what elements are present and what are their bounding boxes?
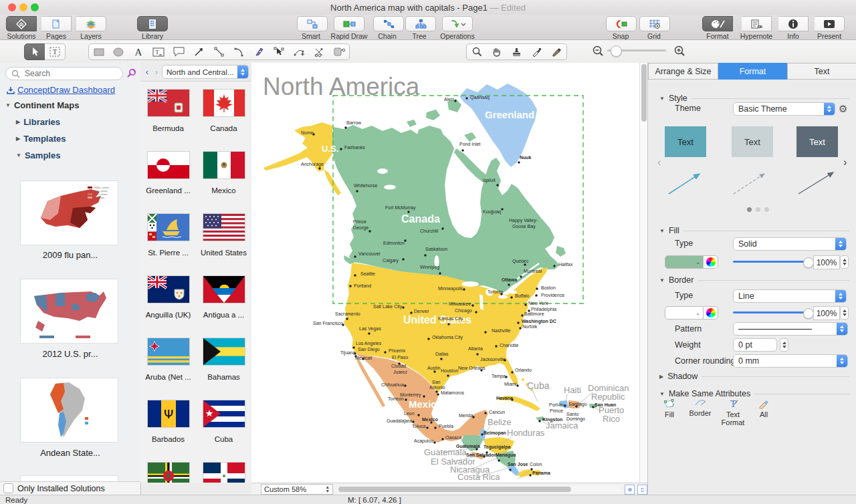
- library-dropdown[interactable]: North and Central...: [162, 65, 249, 79]
- library-item-mexico[interactable]: Mexico: [196, 144, 251, 207]
- arrow-tool[interactable]: [189, 43, 209, 60]
- pan-hand-tool[interactable]: [486, 43, 507, 60]
- library-item-canada[interactable]: Canada: [196, 82, 251, 144]
- carousel-dot-2[interactable]: [756, 207, 760, 212]
- weight-field[interactable]: 0 pt: [733, 338, 777, 352]
- disclosure-down-icon[interactable]: ▼: [16, 152, 21, 158]
- fill-color-swatch[interactable]: ⌄: [665, 255, 704, 269]
- stamp-tool[interactable]: [506, 43, 527, 60]
- zoom-out-icon[interactable]: [593, 45, 605, 59]
- split-tool[interactable]: [309, 43, 330, 60]
- drawing-canvas[interactable]: North America U.S.CanadaGreenlandUnited …: [251, 63, 639, 483]
- zoom-tool[interactable]: [466, 43, 488, 60]
- theme-arrow-2[interactable]: [734, 174, 764, 194]
- tree-item-libraries[interactable]: ▶Libraries: [16, 117, 60, 127]
- line-tool[interactable]: [209, 43, 229, 60]
- theme-preview-3[interactable]: Text: [796, 126, 838, 157]
- horizontal-scrollbar-thumb[interactable]: [338, 487, 571, 492]
- shadow-section-header[interactable]: ▶Shadow: [659, 372, 849, 381]
- rectangle-tool[interactable]: [88, 43, 110, 60]
- tree-item-samples[interactable]: ▼Samples: [16, 150, 60, 160]
- hypernote-button[interactable]: Hypernote: [737, 16, 776, 40]
- library-item-dominicanrep[interactable]: [196, 455, 251, 483]
- border-opacity-knob[interactable]: [803, 308, 814, 319]
- text-select-tool[interactable]: T: [45, 43, 66, 60]
- edit-node-tool[interactable]: [269, 43, 290, 60]
- library-item-us[interactable]: United States: [196, 207, 251, 269]
- fill-type-dropdown[interactable]: Solid: [733, 237, 847, 251]
- style-section-header[interactable]: ▼Style: [659, 94, 849, 103]
- fill-opacity-value[interactable]: 100%: [813, 255, 840, 269]
- curve-tool[interactable]: [229, 43, 249, 60]
- carousel-left-icon[interactable]: ‹: [657, 156, 661, 168]
- make-same-border-button[interactable]: Border: [685, 397, 715, 417]
- library-item-dominica[interactable]: [140, 455, 196, 483]
- horizontal-scrollbar[interactable]: [337, 486, 622, 493]
- solution-search-icon[interactable]: [126, 68, 137, 81]
- library-item-aruba[interactable]: Aruba (Net ...: [140, 331, 196, 393]
- text-tool[interactable]: A: [128, 43, 149, 60]
- border-color-wheel[interactable]: [704, 306, 718, 320]
- text-box-tool[interactable]: T: [148, 43, 169, 60]
- search-field[interactable]: [5, 67, 123, 80]
- make-same-fill-button[interactable]: Fill: [655, 398, 684, 418]
- actual-size-icon[interactable]: ▯: [637, 485, 647, 495]
- theme-arrow-3[interactable]: [798, 172, 833, 194]
- vertical-scrollbar-thumb[interactable]: [641, 64, 647, 122]
- fill-opacity-slider[interactable]: [733, 261, 808, 263]
- weight-stepper[interactable]: [780, 338, 788, 352]
- make-same-all-button[interactable]: All: [749, 398, 778, 418]
- eyedropper-tool[interactable]: [526, 43, 547, 60]
- sample-2009-flu[interactable]: 2000+ cases500+ cases100+ cases1+ cases: [20, 180, 118, 245]
- info-button[interactable]: Info: [776, 16, 811, 40]
- grid-button[interactable]: Grid: [639, 16, 669, 40]
- present-button[interactable]: Present: [811, 16, 848, 40]
- add-point-tool[interactable]: [289, 43, 310, 60]
- only-installed-checkbox[interactable]: [3, 483, 13, 493]
- tree-button[interactable]: Tree: [405, 16, 433, 40]
- library-item-stpierre[interactable]: St. Pierre ...: [140, 207, 196, 269]
- pointer-tool[interactable]: [24, 43, 45, 60]
- library-item-barbados[interactable]: ΨBarbados: [140, 393, 196, 455]
- smart-button[interactable]: Smart: [297, 16, 325, 40]
- fill-opacity-stepper[interactable]: [840, 255, 849, 269]
- border-opacity-value[interactable]: 100%: [813, 306, 840, 320]
- border-opacity-stepper[interactable]: [840, 306, 849, 320]
- library-item-cuba[interactable]: Cuba: [196, 393, 251, 455]
- operations-button[interactable]: Operations: [437, 16, 477, 40]
- tree-item-continent-maps[interactable]: ▼Continent Maps: [5, 100, 79, 110]
- rapid-draw-button[interactable]: Rapid Draw: [329, 16, 369, 40]
- ellipse-tool[interactable]: [108, 43, 129, 60]
- border-section-header[interactable]: ▼Border: [659, 275, 849, 285]
- zoom-slider-knob[interactable]: [611, 45, 622, 57]
- tree-item-templates[interactable]: ▶Templates: [16, 134, 66, 144]
- library-item-antigua[interactable]: Antigua a ...: [196, 269, 251, 331]
- carousel-dot-1[interactable]: [747, 207, 752, 212]
- border-opacity-slider[interactable]: [733, 311, 808, 313]
- tab-format[interactable]: Format: [718, 63, 787, 80]
- back-icon[interactable]: ‹: [143, 67, 151, 77]
- format-button[interactable]: Format: [698, 16, 737, 40]
- zoom-level-select[interactable]: Custom 58% ▲▼: [261, 484, 333, 495]
- snap-button[interactable]: Snap: [606, 16, 635, 40]
- corner-rounding-dropdown[interactable]: 0 mm: [733, 354, 848, 368]
- library-item-anguilla[interactable]: Anguilla (UK): [140, 269, 196, 331]
- callout-tool[interactable]: [169, 43, 189, 60]
- sample-2012-us[interactable]: [20, 279, 118, 344]
- library-item-bermuda[interactable]: Bermuda: [140, 82, 196, 144]
- tab-text[interactable]: Text: [787, 63, 856, 80]
- border-type-dropdown[interactable]: Line: [733, 289, 847, 303]
- zoom-in-icon[interactable]: [674, 45, 686, 59]
- conceptdraw-dashboard-link[interactable]: ConceptDraw Dashboard: [7, 85, 115, 95]
- carousel-dot-3[interactable]: [764, 207, 769, 212]
- pattern-dropdown[interactable]: [733, 322, 848, 336]
- theme-arrow-1[interactable]: [669, 174, 700, 194]
- disclosure-down-icon[interactable]: ▼: [5, 102, 11, 108]
- tab-arrange-size[interactable]: Arrange & Size: [648, 63, 718, 80]
- carousel-right-icon[interactable]: ›: [843, 156, 847, 168]
- fit-page-icon[interactable]: ⊕: [625, 485, 635, 495]
- theme-preview-2[interactable]: Text: [732, 126, 773, 157]
- make-same-text-format-button[interactable]: T Text Format: [718, 398, 748, 426]
- border-color-swatch[interactable]: ⌄: [665, 306, 704, 320]
- solutions-button[interactable]: Solutions: [4, 16, 39, 40]
